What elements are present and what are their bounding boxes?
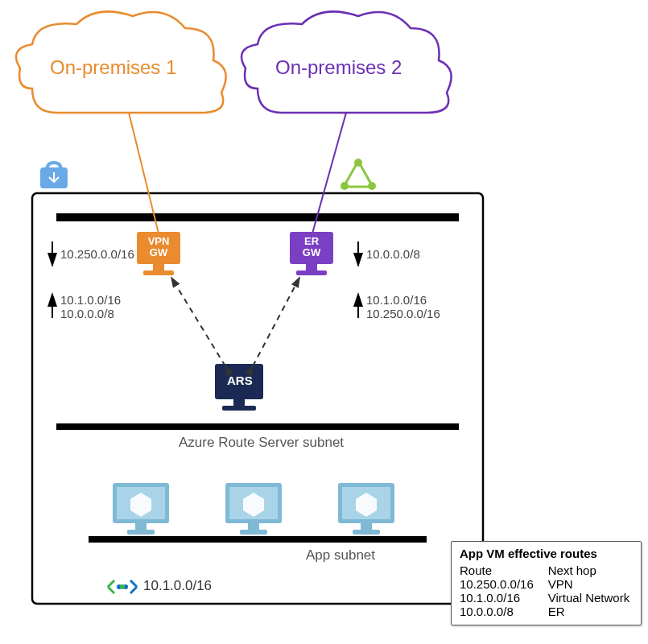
svg-rect-16 — [248, 523, 259, 530]
svg-point-27 — [368, 182, 376, 190]
vnet-peering-icon — [108, 580, 137, 593]
svg-rect-21 — [361, 523, 372, 530]
effective-routes-title: App VM effective routes — [460, 547, 633, 560]
svg-rect-11 — [135, 523, 147, 530]
effective-routes-table: Route Next hop 10.250.0.0/16VPN 10.1.0.0… — [460, 564, 644, 618]
table-row: 10.0.0.0/8ER — [460, 605, 644, 618]
bgp-ars-vpn — [171, 278, 225, 366]
svg-point-26 — [354, 159, 362, 167]
table-row: 10.1.0.0/16Virtual Network — [460, 591, 644, 605]
onprem2-label: On-premises 2 — [275, 56, 402, 79]
ars-node — [215, 364, 263, 411]
svg-rect-7 — [233, 399, 245, 406]
svg-rect-5 — [296, 270, 327, 275]
route-right-in: 10.0.0.0/8 — [366, 247, 420, 261]
svg-rect-8 — [222, 406, 256, 411]
table-row: 10.250.0.0/16VPN — [460, 577, 644, 591]
svg-point-28 — [341, 182, 349, 190]
ars-subnet-label: Azure Route Server subnet — [179, 435, 344, 451]
svg-rect-17 — [240, 530, 267, 535]
col-route: Route — [460, 564, 548, 577]
route-left-in: 10.250.0.0/16 — [60, 247, 134, 261]
er-gw-label: ERGW — [296, 236, 327, 259]
vm-icon — [225, 483, 282, 535]
route-right-out: 10.1.0.0/1610.250.0.0/16 — [366, 293, 440, 321]
route-left-out: 10.1.0.0/1610.0.0.0/8 — [60, 293, 121, 321]
ars-label: ARS — [227, 374, 253, 387]
vnet-address: 10.1.0.0/16 — [143, 578, 212, 594]
svg-point-31 — [120, 584, 125, 589]
vpn-lock-icon — [40, 163, 68, 188]
effective-routes-box: App VM effective routes Route Next hop 1… — [451, 541, 642, 625]
vpn-gw-label: VPNGW — [143, 236, 174, 259]
app-subnet-label: App subnet — [306, 547, 375, 564]
svg-rect-22 — [353, 530, 380, 535]
vm-icon — [113, 483, 169, 535]
svg-rect-12 — [127, 530, 155, 535]
onprem1-label: On-premises 1 — [50, 56, 176, 79]
svg-rect-2 — [143, 270, 174, 275]
expressroute-icon — [341, 159, 376, 190]
vm-icon — [338, 483, 394, 535]
svg-rect-4 — [306, 264, 317, 270]
col-nexthop: Next hop — [548, 564, 644, 577]
bgp-ars-er — [253, 278, 299, 366]
svg-rect-1 — [153, 264, 164, 270]
